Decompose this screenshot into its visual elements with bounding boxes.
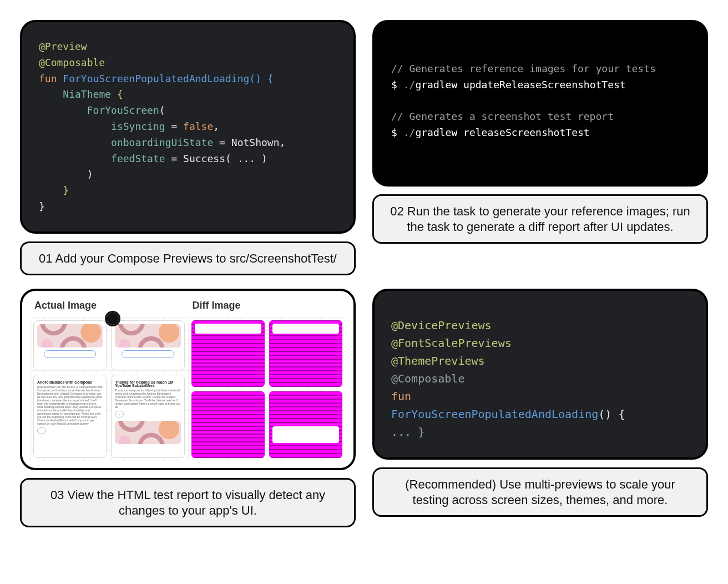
code-block: @Preview @Composable fun ForYouScreenPop…: [39, 39, 337, 215]
step-02: // Generates reference images for your t…: [372, 20, 708, 275]
steps-grid: @Preview @Composable fun ForYouScreenPop…: [20, 20, 708, 527]
header-diff: Diff Image: [188, 298, 346, 314]
step-caption: 02 Run the task to generate your referen…: [372, 194, 708, 244]
diff-image-column: [188, 317, 346, 461]
code-block: @DevicePreviews @FontScalePreviews @Them…: [391, 316, 689, 441]
code-panel-multipreview: @DevicePreviews @FontScalePreviews @Them…: [372, 289, 708, 460]
preview-card: AndroidBasics with Compose Now launched!…: [33, 375, 107, 458]
step-caption: 03 View the HTML test report to visually…: [20, 478, 356, 527]
diff-card: [269, 391, 342, 458]
preview-card: [33, 320, 107, 370]
code-block: // Generates reference images for your t…: [391, 61, 689, 141]
report-body: AndroidBasics with Compose Now launched!…: [30, 317, 346, 461]
actual-image-column: AndroidBasics with Compose Now launched!…: [30, 317, 188, 461]
diff-card: [191, 320, 265, 387]
preview-card: [111, 320, 184, 370]
diff-card: [269, 320, 342, 387]
chip: ···: [37, 427, 46, 434]
header-actual: Actual Image: [30, 298, 188, 314]
chip: ···: [115, 411, 124, 417]
report-headers: Actual Image Diff Image: [30, 298, 346, 314]
step-01: @Preview @Composable fun ForYouScreenPop…: [20, 20, 356, 275]
code-panel-compose-preview: @Preview @Composable fun ForYouScreenPop…: [20, 20, 356, 234]
preview-card: Thanks for helping us reach 1M YouTube S…: [111, 375, 184, 458]
step-caption: (Recommended) Use multi-previews to scal…: [372, 467, 708, 517]
diff-card: [191, 391, 265, 458]
step-03: Actual Image Diff Image: [20, 289, 356, 527]
terminal-panel: // Generates reference images for your t…: [372, 20, 708, 187]
report-panel: Actual Image Diff Image: [20, 289, 356, 470]
step-caption: 01 Add your Compose Previews to src/Scre…: [20, 241, 356, 276]
step-04: @DevicePreviews @FontScalePreviews @Them…: [372, 289, 708, 527]
gear-icon: [107, 313, 119, 325]
